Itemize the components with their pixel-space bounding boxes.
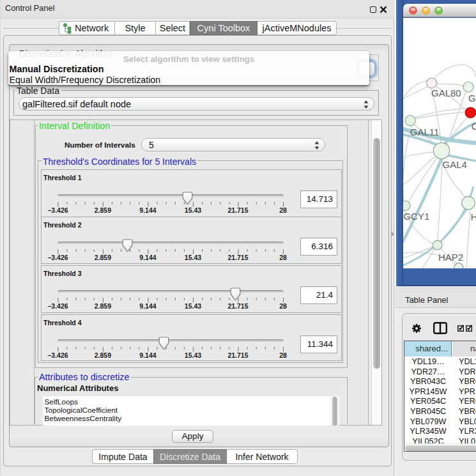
svg-text:GAL80: GAL80 [431, 88, 461, 98]
svg-text:C: C [472, 121, 476, 132]
svg-text:GCY1: GCY1 [403, 211, 429, 222]
svg-text:G.: G. [468, 93, 476, 104]
svg-text:GAL4: GAL4 [443, 159, 467, 170]
svg-text:HAP2: HAP2 [438, 252, 463, 263]
svg-text:GAL11: GAL11 [410, 127, 440, 137]
svg-text:H: H [471, 211, 476, 222]
